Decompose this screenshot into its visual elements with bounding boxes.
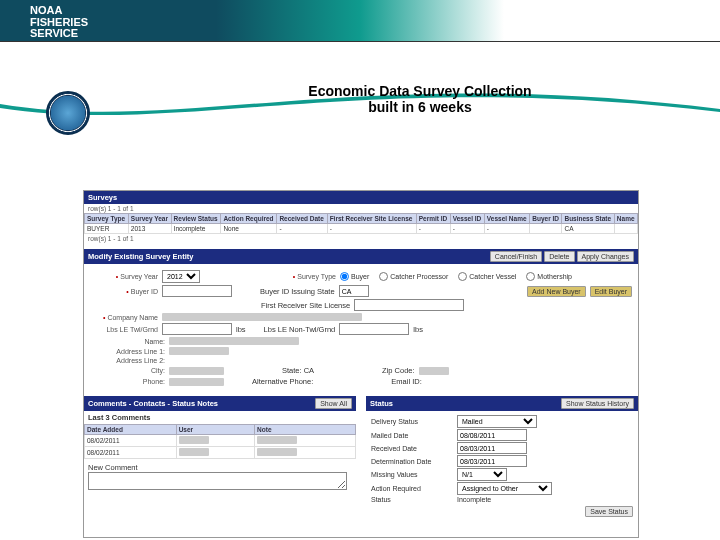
col-permit-id[interactable]: Permit ID	[416, 214, 450, 224]
save-status-button[interactable]: Save Status	[585, 506, 633, 517]
email-label: Email ID:	[391, 377, 421, 386]
table-row[interactable]: 08/02/2011	[85, 435, 356, 447]
status-value: Incomplete	[457, 496, 491, 503]
lbs2-input[interactable]	[339, 323, 409, 335]
surveys-table: Survey Type Survey Year Review Status Ac…	[84, 213, 638, 234]
add-buyer-button[interactable]: Add New Buyer	[527, 286, 586, 297]
apply-button[interactable]: Apply Changes	[577, 251, 634, 262]
mailed-date-input[interactable]	[457, 429, 527, 441]
new-comment-input[interactable]	[88, 472, 347, 490]
city-label: City:	[90, 367, 165, 374]
rowinfo-top: row(s) 1 - 1 of 1	[84, 204, 638, 213]
col-buyer-id[interactable]: Buyer ID	[530, 214, 562, 224]
phone-label: Phone:	[90, 378, 165, 385]
company-label: Company Name	[90, 314, 158, 321]
col-review-status[interactable]: Review Status	[171, 214, 221, 224]
survey-type-radios: Buyer Catcher Processor Catcher Vessel M…	[340, 272, 572, 281]
page-title: Economic Data Survey Collection built in…	[280, 83, 560, 115]
rowinfo-bot: row(s) 1 - 1 of 1	[84, 234, 638, 243]
brand-block: NOAA FISHERIES SERVICE	[0, 0, 720, 45]
determination-date-input[interactable]	[457, 455, 527, 467]
comments-subhead: Last 3 Comments	[84, 411, 356, 424]
table-row[interactable]: 08/02/2011	[85, 447, 356, 459]
subheader: Economic Data Survey Collection built in…	[0, 45, 720, 139]
comments-table: Date Added User Note 08/02/2011 08/02/20…	[84, 424, 356, 459]
name-label: Name:	[90, 338, 165, 345]
col-vessel-id[interactable]: Vessel ID	[450, 214, 484, 224]
lbs2-label: Lbs LE Non-Twl/Grnd	[264, 325, 336, 334]
survey-type-label: Survey Type	[268, 273, 336, 280]
col-survey-year[interactable]: Survey Year	[128, 214, 171, 224]
edit-buyer-button[interactable]: Edit Buyer	[590, 286, 632, 297]
radio-buyer[interactable]	[340, 272, 349, 281]
noaa-seal-icon	[46, 91, 90, 135]
radio-mothership[interactable]	[526, 272, 535, 281]
modify-form: Survey Year 2012 Survey Type Buyer Catch…	[84, 264, 638, 392]
radio-catcher-processor[interactable]	[379, 272, 388, 281]
brand-line1: NOAA	[30, 5, 690, 17]
received-date-input[interactable]	[457, 442, 527, 454]
survey-app: Surveys row(s) 1 - 1 of 1 Survey Type Su…	[83, 190, 639, 538]
col-vessel-name[interactable]: Vessel Name	[484, 214, 529, 224]
col-business-state[interactable]: Business State	[562, 214, 614, 224]
new-comment-label: New Comment	[88, 463, 352, 472]
status-history-button[interactable]: Show Status History	[561, 398, 634, 409]
col-frsl[interactable]: First Receiver Site License	[327, 214, 416, 224]
buyer-id-label: Buyer ID	[90, 288, 158, 295]
issuing-state-label: Buyer ID Issuing State	[260, 287, 335, 296]
status-header: Status Show Status History	[366, 396, 638, 411]
cancel-button[interactable]: Cancel/Finish	[490, 251, 542, 262]
col-survey-type[interactable]: Survey Type	[85, 214, 129, 224]
col-action-required[interactable]: Action Required	[221, 214, 277, 224]
addr1-label: Address Line 1:	[90, 348, 165, 355]
brand-line3: SERVICE	[30, 28, 690, 40]
missing-values-select[interactable]: N/1	[457, 468, 507, 481]
company-value	[162, 313, 362, 321]
brand-line2: FISHERIES	[30, 17, 690, 29]
showall-button[interactable]: Show All	[315, 398, 352, 409]
delivery-status-select[interactable]: Mailed	[457, 415, 537, 428]
delete-button[interactable]: Delete	[544, 251, 574, 262]
zip-label: Zip Code:	[382, 366, 415, 375]
col-name[interactable]: Name	[614, 214, 637, 224]
altphone-label: Alternative Phone:	[252, 377, 313, 386]
lbs1-label: Lbs LE Twl/Grnd	[90, 326, 158, 333]
issuing-state-input[interactable]	[339, 285, 369, 297]
state-label: State: CA	[282, 366, 314, 375]
lbs1-input[interactable]	[162, 323, 232, 335]
survey-year-label: Survey Year	[90, 273, 158, 280]
table-row[interactable]: BUYER 2013 Incomplete None - - - - - CA	[85, 224, 638, 234]
comments-header: Comments - Contacts - Status Notes Show …	[84, 396, 356, 411]
noaa-banner: NOAA FISHERIES SERVICE	[0, 0, 720, 45]
buyer-id-input[interactable]	[162, 285, 232, 297]
col-received-date[interactable]: Received Date	[277, 214, 327, 224]
action-required-select[interactable]: Assigned to Other	[457, 482, 552, 495]
frsl-input[interactable]	[354, 299, 464, 311]
surveys-header: Surveys	[84, 191, 638, 204]
modify-header: Modify Existing Survey Entity Cancel/Fin…	[84, 249, 638, 264]
survey-year-select[interactable]: 2012	[162, 270, 200, 283]
frsl-label: First Receiver Site License	[261, 301, 350, 310]
radio-catcher-vessel[interactable]	[458, 272, 467, 281]
addr2-label: Address Line 2:	[90, 357, 165, 364]
